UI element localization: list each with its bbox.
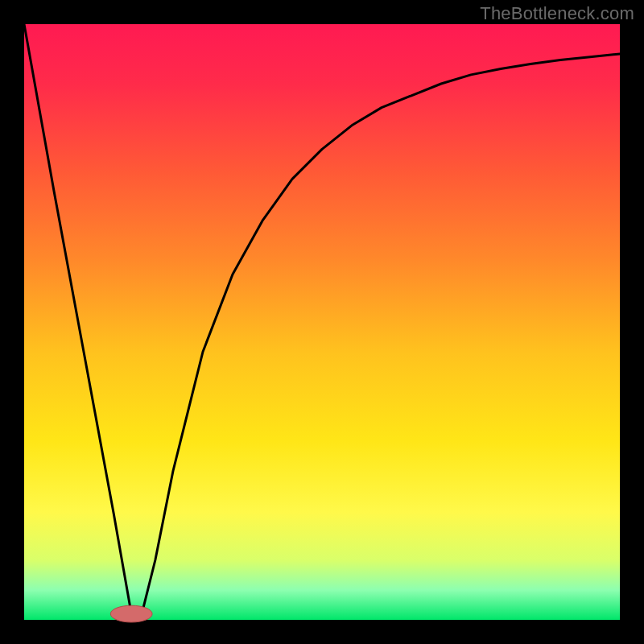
minimum-marker	[110, 605, 152, 622]
chart-frame: TheBottleneck.com	[0, 0, 644, 644]
plot-background	[24, 24, 620, 620]
bottleneck-chart	[0, 0, 644, 644]
